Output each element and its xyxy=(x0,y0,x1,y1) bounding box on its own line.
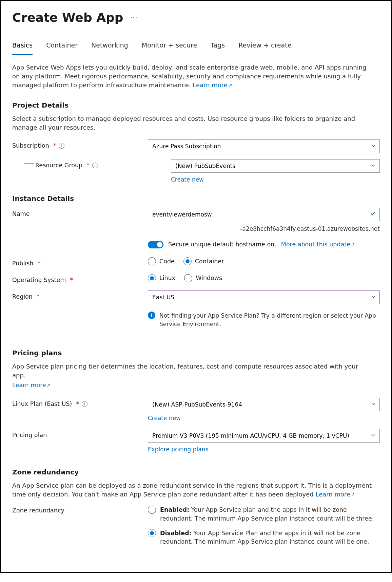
tab-networking[interactable]: Networking xyxy=(91,41,128,55)
os-linux-label: Linux xyxy=(159,274,175,282)
required-marker: * xyxy=(53,142,56,150)
publish-container-label: Container xyxy=(195,257,224,266)
zr-radio-enabled[interactable] xyxy=(148,506,156,514)
required-marker: * xyxy=(37,259,40,268)
page-title: Create Web App xyxy=(12,9,123,26)
external-link-icon: ↗ xyxy=(351,492,355,497)
pricing-plan-select[interactable] xyxy=(148,429,380,443)
info-icon[interactable]: i xyxy=(82,401,87,407)
zr-enabled-text: Enabled: Your App Service plan and the a… xyxy=(160,506,380,523)
os-windows-label: Windows xyxy=(196,274,222,282)
zr-enabled-title: Enabled: xyxy=(160,506,189,513)
secure-hostname-toggle[interactable] xyxy=(148,241,163,248)
publish-label: Publish xyxy=(12,259,33,268)
tab-container[interactable]: Container xyxy=(46,41,78,55)
toggle-link-label: More about this update xyxy=(281,241,350,248)
section-zone-redundancy: Zone redundancy xyxy=(12,467,380,477)
tab-review-create[interactable]: Review + create xyxy=(238,41,291,55)
name-label: Name xyxy=(12,210,30,218)
create-new-rg-link[interactable]: Create new xyxy=(171,175,204,184)
tab-basics[interactable]: Basics xyxy=(12,41,33,55)
resource-group-label: Resource Group xyxy=(35,161,82,170)
tab-monitor-secure[interactable]: Monitor + secure xyxy=(142,41,197,55)
intro-body: App Service Web Apps lets you quickly bu… xyxy=(12,64,367,89)
pricing-learn-more-label: Learn more xyxy=(12,382,46,389)
resource-group-select[interactable] xyxy=(171,159,380,173)
zr-label: Zone redundancy xyxy=(12,506,64,515)
section-pricing-plans: Pricing plans xyxy=(12,348,380,358)
zr-enabled-desc: Your App Service plan and the apps in it… xyxy=(160,506,374,522)
hostname-suffix: -a2e8hcchf6a3h4fy.eastus-01.azurewebsite… xyxy=(148,225,380,233)
subscription-select[interactable] xyxy=(148,139,380,153)
required-marker: * xyxy=(86,161,90,170)
publish-radio-code[interactable]: Code xyxy=(148,257,175,266)
external-link-icon: ↗ xyxy=(351,242,355,247)
tree-line xyxy=(24,153,34,164)
zr-disabled-title: Disabled: xyxy=(160,530,192,537)
zr-disabled-text: Disabled: Your App Service Plan and the … xyxy=(160,529,380,546)
os-radio-linux[interactable]: Linux xyxy=(148,274,175,282)
section-project-details: Project Details xyxy=(12,100,380,110)
linux-plan-select[interactable] xyxy=(148,398,380,411)
tabs: Basics Container Networking Monitor + se… xyxy=(12,41,380,55)
zr-learn-more-link[interactable]: Learn more↗ xyxy=(315,491,355,498)
region-label: Region xyxy=(12,293,33,301)
external-link-icon: ↗ xyxy=(228,82,232,88)
intro-text: App Service Web Apps lets you quickly bu… xyxy=(12,63,372,90)
required-marker: * xyxy=(37,293,40,301)
more-actions-icon[interactable]: ··· xyxy=(130,13,138,23)
zr-radio-disabled[interactable] xyxy=(148,529,156,537)
learn-more-label: Learn more xyxy=(193,81,228,89)
project-desc: Select a subscription to manage deployed… xyxy=(12,114,372,132)
os-radio-windows[interactable]: Windows xyxy=(184,274,222,282)
section-instance-details: Instance Details xyxy=(12,194,380,204)
pricing-learn-more-link[interactable]: Learn more↗ xyxy=(12,382,51,389)
required-marker: * xyxy=(70,276,73,284)
os-label: Operating System xyxy=(12,276,66,284)
linux-plan-label: Linux Plan (East US) xyxy=(12,400,72,408)
zr-learn-more-label: Learn more xyxy=(315,491,350,498)
create-new-plan-link[interactable]: Create new xyxy=(148,414,181,423)
info-icon: i xyxy=(148,312,155,319)
name-input[interactable] xyxy=(148,208,380,221)
learn-more-link[interactable]: Learn more↗ xyxy=(193,81,232,89)
publish-code-label: Code xyxy=(159,257,175,266)
external-link-icon: ↗ xyxy=(47,382,51,388)
publish-radio-container[interactable]: Container xyxy=(183,257,224,266)
required-marker: * xyxy=(76,400,79,408)
zr-desc: An App Service plan can be deployed as a… xyxy=(12,481,372,499)
info-icon[interactable]: i xyxy=(92,163,98,168)
region-select[interactable] xyxy=(148,290,380,304)
info-icon[interactable]: i xyxy=(59,143,64,149)
explore-pricing-link[interactable]: Explore pricing plans xyxy=(148,445,208,454)
pricing-desc: App Service plan pricing tier determines… xyxy=(12,362,372,380)
toggle-more-link[interactable]: More about this update↗ xyxy=(281,240,355,249)
pricing-plan-label: Pricing plan xyxy=(12,431,47,439)
check-icon xyxy=(370,210,376,219)
tab-tags[interactable]: Tags xyxy=(211,41,225,55)
toggle-label: Secure unique default hostname on. xyxy=(168,240,276,249)
zr-disabled-desc: Your App Service Plan and the apps in it… xyxy=(160,530,369,545)
subscription-label: Subscription xyxy=(12,142,49,150)
region-hint: Not finding your App Service Plan? Try a… xyxy=(159,312,376,328)
